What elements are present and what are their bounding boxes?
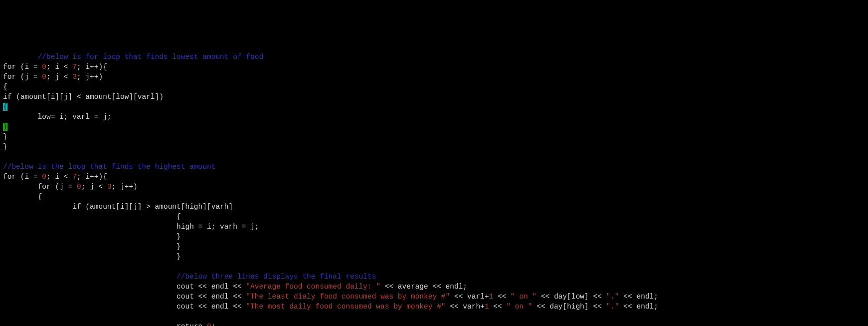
code-line: //below three lines displays the final r… — [3, 273, 376, 281]
code-line: } — [3, 233, 181, 241]
blank-line — [3, 153, 7, 161]
code-line: return 0; — [3, 323, 215, 326]
brace-highlight-open: { — [3, 103, 7, 111]
blank-line — [3, 313, 7, 321]
code-line: for (i = 0; i < 7; i++){ — [3, 173, 107, 181]
code-line: cout << endl << "The least dialy food co… — [3, 293, 658, 301]
code-line: } — [3, 133, 7, 141]
code-line: } — [3, 253, 181, 261]
code-line: { — [3, 83, 7, 91]
code-line: cout << endl << "The most daily food con… — [3, 303, 658, 311]
code-line: for (j = 0; j < 3; j++) — [3, 73, 103, 81]
code-line: { — [3, 213, 181, 221]
code-line: //below is for loop that finds lowest am… — [3, 53, 263, 61]
code-line: if (amount[i][j] < amount[low][varl]) — [3, 93, 164, 101]
code-line: for (i = 0; i < 7; i++){ — [3, 63, 107, 71]
code-line: { — [3, 103, 7, 111]
code-line: } — [3, 243, 181, 251]
code-line: low= i; varl = j; — [3, 113, 112, 121]
code-line: } — [3, 143, 7, 151]
code-line: } — [3, 123, 7, 131]
code-line: { — [3, 193, 42, 201]
code-editor[interactable]: //below is for loop that finds lowest am… — [0, 50, 868, 326]
code-line: high = i; varh = j; — [3, 223, 259, 231]
code-line: cout << endl << "Average food consumed d… — [3, 283, 467, 291]
brace-highlight-close: } — [3, 123, 7, 131]
code-line: if (amount[i][j] > amount[high][varh] — [3, 203, 233, 211]
code-line: //below is the loop that finds the highe… — [3, 163, 215, 171]
code-line: for (j = 0; j < 3; j++) — [3, 183, 138, 191]
blank-line — [3, 263, 7, 271]
